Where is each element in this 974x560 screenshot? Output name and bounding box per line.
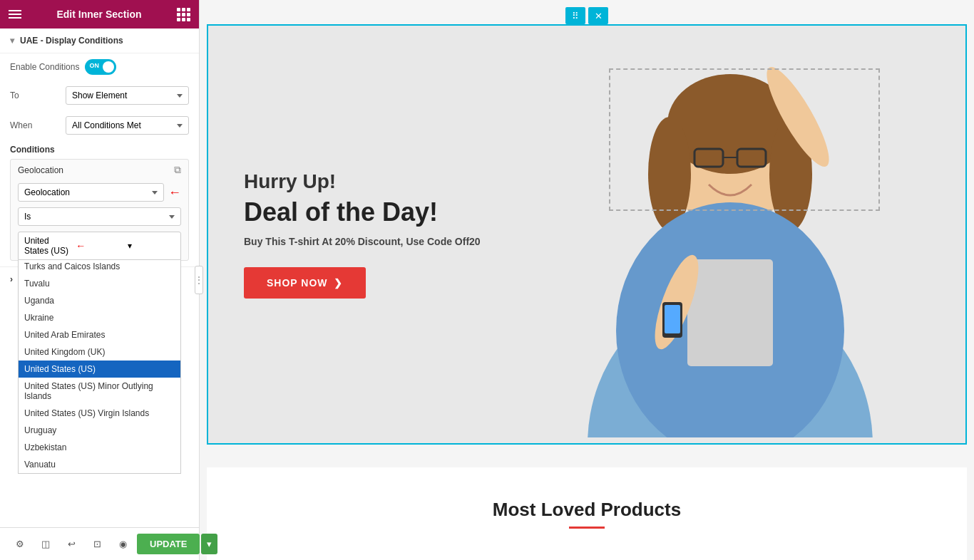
svg-rect-6 — [687, 259, 773, 366]
grid-icon[interactable] — [177, 8, 190, 21]
shop-now-button[interactable]: SHOP NOW ❯ — [244, 267, 366, 299]
country-option[interactable]: Uganda — [19, 292, 180, 309]
country-option[interactable]: Vanuatu — [19, 456, 180, 473]
country-option[interactable]: Uruguay — [19, 422, 180, 439]
conditions-label: Conditions — [0, 140, 199, 159]
when-label: When — [10, 120, 60, 130]
svg-rect-13 — [665, 305, 680, 333]
country-option[interactable]: Uzbekistan — [19, 439, 180, 456]
hero-subtitle: Buy This T-shirt At 20% Discount, Use Co… — [244, 236, 481, 247]
geolocation-type-select[interactable]: Geolocation Browser Language Operating S… — [18, 183, 164, 202]
section-uae-display-conditions[interactable]: ▾ UAE - Display Conditions — [0, 28, 199, 53]
panel-header-right — [177, 8, 190, 21]
country-option[interactable]: United States (US) Minor Outlying Island… — [19, 378, 180, 405]
copy-icon[interactable]: ⧉ — [174, 164, 181, 176]
country-option[interactable]: Tuvalu — [19, 275, 180, 292]
red-arrow-icon: ← — [168, 185, 181, 200]
geolocation-type-row: Geolocation Browser Language Operating S… — [11, 180, 188, 204]
inner-section-dashed-box — [609, 68, 880, 211]
history-icon[interactable]: ↩ — [61, 534, 81, 554]
close-element-button[interactable]: ✕ — [588, 7, 608, 24]
update-button[interactable]: UPDATE — [137, 534, 200, 554]
chevron-right-icon: › — [10, 274, 13, 284]
left-panel: Edit Inner Section ▾ UAE - Display Condi… — [0, 0, 200, 560]
most-loved-title: Most Loved Products — [493, 499, 681, 521]
main-content: ⠿ ✕ Hurry Up! Deal of the Day! Buy This … — [200, 0, 974, 560]
condition-type-label: Geolocation — [18, 165, 63, 175]
country-select-wrapper: United States (US) ← ▾ Timor-LesteTogoTo… — [18, 232, 181, 260]
when-row: When All Conditions Met Any Condition Me… — [0, 110, 199, 140]
hamburger-icon[interactable] — [9, 10, 21, 19]
most-loved-underline — [569, 527, 605, 529]
update-dropdown-button[interactable]: ▾ — [201, 534, 217, 554]
bottom-section: Most Loved Products — [207, 467, 967, 560]
resize-handle[interactable] — [195, 266, 203, 294]
responsive-icon[interactable]: ⊡ — [87, 534, 107, 554]
enable-conditions-label: Enable Conditions — [10, 62, 79, 72]
panel-header-left — [9, 10, 21, 19]
country-dropdown[interactable]: Timor-LesteTogoTokelauTongaTrinidad and … — [18, 260, 181, 474]
footer-icons: ⚙ ◫ ↩ ⊡ ◉ — [10, 534, 133, 554]
country-option[interactable]: United States (US) — [19, 361, 180, 378]
preview-icon[interactable]: ◉ — [113, 534, 133, 554]
country-red-arrow-icon: ← — [76, 240, 123, 252]
to-row: To Show Element Hide Element — [0, 81, 199, 110]
country-option[interactable]: United States (US) Virgin Islands — [19, 405, 180, 422]
panel-body: ▾ UAE - Display Conditions Enable Condit… — [0, 28, 199, 527]
hero-banner: Hurry Up! Deal of the Day! Buy This T-sh… — [207, 24, 967, 445]
panel-header: Edit Inner Section — [0, 0, 199, 28]
is-row: Is Is Not — [11, 204, 188, 229]
country-option[interactable]: United Kingdom (UK) — [19, 343, 180, 361]
hero-content: Hurry Up! Deal of the Day! Buy This T-sh… — [208, 142, 516, 327]
to-label: To — [10, 90, 60, 100]
selected-country-label: United States (US) — [24, 236, 71, 256]
to-select[interactable]: Show Element Hide Element — [66, 86, 189, 105]
section-title: UAE - Display Conditions — [20, 36, 123, 46]
condition-block: Geolocation ⧉ Geolocation Browser Langua… — [10, 159, 189, 261]
condition-block-header: Geolocation ⧉ — [11, 160, 188, 180]
update-group: UPDATE ▾ — [137, 534, 217, 554]
chevron-down-icon: ▾ — [128, 241, 175, 251]
panel-footer: ⚙ ◫ ↩ ⊡ ◉ UPDATE ▾ — [0, 527, 199, 560]
panel-title: Edit Inner Section — [21, 9, 177, 20]
when-select[interactable]: All Conditions Met Any Condition Met — [66, 116, 189, 135]
country-option[interactable]: Ukraine — [19, 309, 180, 326]
element-toolbar: ⠿ ✕ — [565, 7, 608, 24]
country-select-header[interactable]: United States (US) ← ▾ — [18, 232, 181, 260]
country-option[interactable]: United Arab Emirates — [19, 326, 180, 343]
toggle-wrapper: ON — [85, 59, 116, 75]
chevron-icon: ▾ — [10, 36, 14, 46]
shop-arrow-icon: ❯ — [334, 277, 343, 289]
drag-handle-button[interactable]: ⠿ — [565, 7, 585, 24]
enable-conditions-row: Enable Conditions ON — [0, 53, 199, 81]
is-select[interactable]: Is Is Not — [18, 207, 181, 226]
country-option[interactable]: Turks and Caicos Islands — [19, 260, 180, 275]
hero-hurry-text: Hurry Up! — [244, 170, 481, 193]
enable-conditions-toggle[interactable]: ON — [85, 59, 116, 75]
toggle-on-label: ON — [89, 62, 99, 69]
settings-icon[interactable]: ⚙ — [10, 534, 30, 554]
shop-now-label: SHOP NOW — [267, 277, 328, 289]
hero-deal-text: Deal of the Day! — [244, 197, 481, 227]
layers-icon[interactable]: ◫ — [36, 534, 56, 554]
